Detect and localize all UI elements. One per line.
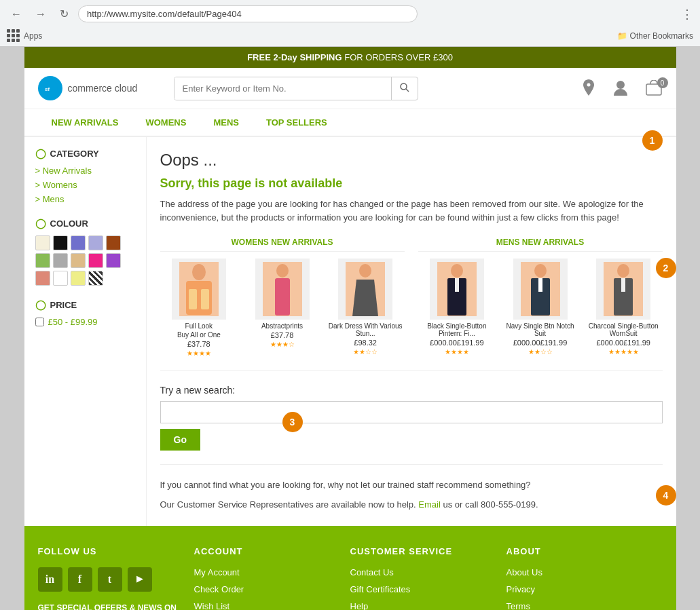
footer-link-about-us[interactable]: About Us: [506, 567, 663, 577]
forward-button[interactable]: →: [31, 7, 50, 22]
svg-line-3: [406, 89, 409, 92]
cart-icon-button[interactable]: 0: [645, 80, 663, 96]
search-button[interactable]: [391, 77, 418, 100]
product-women-1-name: Full Look: [160, 322, 238, 330]
swatch-yellow[interactable]: [71, 271, 86, 286]
footer-link-privacy[interactable]: Privacy: [506, 584, 663, 594]
back-button[interactable]: ←: [7, 7, 26, 22]
logo-text: commerce cloud: [68, 83, 138, 94]
footer-about: ABOUT About Us Privacy Terms Jobs: [506, 546, 663, 610]
footer-link-terms[interactable]: Terms: [506, 601, 663, 610]
annotation-4: 4: [656, 485, 676, 506]
swatch-light-blue[interactable]: [88, 235, 103, 250]
products-sections: WOMENS NEW ARRIVALS Full Look Buy All or…: [160, 237, 663, 357]
swatch-cream[interactable]: [35, 235, 50, 250]
refresh-button[interactable]: ↻: [56, 6, 73, 22]
promo-text: FOR ORDERS OVER £300: [344, 52, 453, 62]
facebook-icon-button[interactable]: f: [68, 567, 92, 592]
cs-email-link[interactable]: Email: [418, 499, 441, 510]
swatch-purple[interactable]: [106, 253, 121, 268]
twitter-icon-button[interactable]: t: [98, 567, 122, 592]
try-search-input[interactable]: [160, 401, 663, 423]
search-bar: [174, 77, 418, 100]
product-men-1[interactable]: Black Single-Button Pintern: Fi... £000.…: [418, 259, 496, 356]
annotation-1: 1: [642, 130, 663, 151]
product-men-1-price: £000.00£191.99: [418, 339, 496, 347]
swatch-green[interactable]: [35, 253, 50, 268]
product-men-3-img: [596, 259, 650, 320]
product-women-3[interactable]: Dark Dress With Various Stun... £98.32 ★…: [327, 259, 405, 357]
footer-link-gift-certs[interactable]: Gift Certificates: [350, 584, 506, 594]
product-women-1[interactable]: Full Look Buy All or One £37.78 ★★★★: [160, 259, 238, 357]
location-icon-button[interactable]: [581, 79, 596, 97]
swatch-white[interactable]: [53, 271, 68, 286]
annotation-2: 2: [656, 258, 676, 278]
sidebar: ◯ CATEGORY New Arrivals Womens Mens ◯ CO…: [24, 137, 147, 526]
product-men-2-name: Navy Single Btn Notch Suit: [501, 322, 579, 337]
sidebar-link-womens[interactable]: Womens: [35, 180, 135, 190]
swatch-peach[interactable]: [35, 271, 50, 286]
product-women-2-img: [255, 259, 310, 320]
product-men-3[interactable]: Charcoal Single-Button WornSuit £000.00£…: [585, 259, 663, 356]
swatch-blue-purple[interactable]: [71, 235, 86, 250]
footer-customer-service: CUSTOMER SERVICE Contact Us Gift Certifi…: [350, 546, 506, 610]
product-women-2-name: Abstractprints: [243, 322, 321, 330]
svg-point-23: [534, 264, 547, 278]
nav-new-arrivals[interactable]: NEW ARRIVALS: [38, 109, 132, 136]
nav-top-sellers[interactable]: TOP SELLERS: [253, 109, 341, 136]
footer-link-wish-list[interactable]: Wish List: [194, 601, 350, 610]
product-women-1-img: [172, 259, 226, 320]
browser-chrome: ← → ↻ ⋮ Apps 📁 Other Bookmarks: [0, 0, 700, 47]
footer-link-help[interactable]: Help: [350, 601, 506, 610]
search-input[interactable]: [174, 77, 391, 100]
swatch-grey[interactable]: [53, 253, 68, 268]
main-layout: ◯ CATEGORY New Arrivals Womens Mens ◯ CO…: [24, 137, 676, 526]
price-checkbox[interactable]: [35, 318, 44, 326]
product-women-3-img: [338, 259, 392, 320]
swatch-pattern[interactable]: [88, 271, 103, 286]
linkedin-icon-button[interactable]: in: [38, 567, 62, 592]
account-icon-button[interactable]: [612, 79, 629, 97]
footer-follow-title: FOLLOW US: [38, 546, 194, 556]
go-button[interactable]: Go: [160, 429, 200, 451]
product-men-3-price: £000.00£191.99: [585, 339, 663, 347]
nav-mens[interactable]: MENS: [200, 109, 253, 136]
price-range-label[interactable]: £50 - £99.99: [48, 317, 98, 327]
folder-icon: 📁: [617, 31, 627, 41]
product-women-1-price: £37.78: [160, 340, 238, 348]
footer-link-contact-us[interactable]: Contact Us: [350, 567, 506, 577]
try-search-label: Try a new search:: [160, 385, 663, 396]
category-icon: ◯: [35, 148, 46, 159]
cart-badge: 0: [657, 77, 668, 88]
product-men-3-stars: ★★★★★: [585, 348, 663, 356]
youtube-icon-button[interactable]: ▶: [128, 567, 152, 592]
annotation-4-wrap: 4: [656, 485, 676, 506]
womens-products-grid: Full Look Buy All or One £37.78 ★★★★ Abs…: [160, 259, 405, 357]
product-men-1-stars: ★★★★: [418, 348, 496, 356]
swatch-brown[interactable]: [106, 235, 121, 250]
product-men-2[interactable]: Navy Single Btn Notch Suit £000.00£191.9…: [501, 259, 579, 356]
other-bookmarks: 📁 Other Bookmarks: [617, 31, 693, 41]
swatch-pink[interactable]: [88, 253, 103, 268]
womens-section: WOMENS NEW ARRIVALS Full Look Buy All or…: [160, 237, 405, 357]
footer-link-check-order[interactable]: Check Order: [194, 584, 350, 594]
logo-wrap[interactable]: sf commerce cloud: [38, 76, 160, 100]
site-wrapper: FREE 2-Day SHIPPING FOR ORDERS OVER £300…: [24, 47, 676, 610]
browser-menu-button[interactable]: ⋮: [681, 7, 693, 22]
swatch-black[interactable]: [53, 235, 68, 250]
footer-link-my-account[interactable]: My Account: [194, 567, 350, 577]
product-women-2[interactable]: Abstractprints £37.78 ★★★☆: [243, 259, 321, 357]
product-women-3-price: £98.32: [327, 339, 405, 347]
footer-account-title: ACCOUNT: [194, 546, 350, 556]
sidebar-link-mens[interactable]: Mens: [35, 194, 135, 204]
mens-section-title: MENS NEW ARRIVALS: [418, 237, 663, 252]
sidebar-link-new-arrivals[interactable]: New Arrivals: [35, 166, 135, 176]
address-bar[interactable]: [78, 5, 418, 22]
content-area: 1 Oops ... Sorry, this page is not avail…: [147, 137, 676, 526]
footer-account: ACCOUNT My Account Check Order Wish List…: [194, 546, 350, 610]
swatch-tan[interactable]: [71, 253, 86, 268]
svg-rect-11: [201, 289, 209, 309]
nav-womens[interactable]: WOMENS: [132, 109, 200, 136]
svg-text:sf: sf: [45, 86, 50, 92]
product-men-3-name: Charcoal Single-Button WornSuit: [585, 322, 663, 337]
